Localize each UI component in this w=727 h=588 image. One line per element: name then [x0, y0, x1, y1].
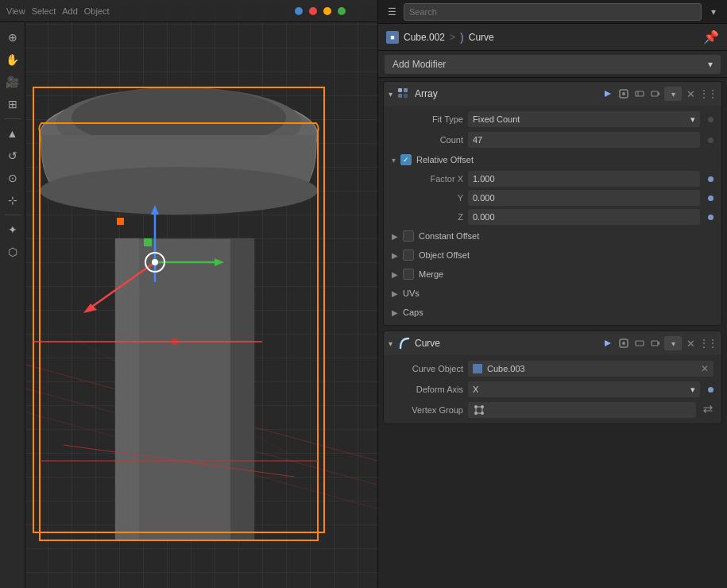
fit-type-dot — [708, 117, 713, 122]
viewport-add-label: Add — [62, 6, 78, 16]
pin-button[interactable]: 📌 — [703, 29, 719, 44]
relative-offset-checkbox[interactable] — [400, 154, 412, 165]
array-mode-dropdown[interactable]: ▾ — [664, 87, 682, 101]
count-value[interactable]: 47 — [468, 132, 700, 148]
search-input[interactable] — [404, 3, 702, 21]
deform-axis-dot — [708, 387, 713, 393]
svg-point-37 — [622, 342, 625, 345]
factor-z-row: Z 0.000 — [384, 207, 721, 226]
curve-object-value[interactable]: Cube.003 ✕ — [468, 361, 713, 377]
curve-modifier-name: Curve — [415, 338, 596, 349]
array-modifier-block: ▾ Array — [383, 81, 722, 326]
viewport-select-label: Select — [32, 6, 56, 16]
factor-z-dot — [708, 215, 713, 220]
panel-options-icon[interactable]: ▾ — [705, 3, 722, 21]
array-modifier-icon — [397, 87, 410, 100]
scale-tool-btn[interactable]: ⊙ — [2, 168, 23, 188]
array-collapse-icon[interactable]: ▾ — [389, 90, 393, 99]
curve-modifier-header[interactable]: ▾ Curve — [384, 331, 721, 355]
merge-triangle: ▶ — [392, 270, 398, 279]
array-modifier-name: Array — [415, 88, 596, 99]
curve-obj-icon — [473, 364, 482, 373]
render-tool-btn[interactable]: ⊞ — [2, 94, 23, 114]
orange-dot — [323, 7, 331, 15]
factor-y-dot — [708, 195, 713, 201]
breadcrumb: ■ Cube.002 > ) Curve 📌 — [378, 24, 727, 51]
constant-offset-checkbox[interactable] — [403, 230, 414, 242]
annotate-tool-btn[interactable]: ✦ — [2, 219, 23, 240]
array-edit-btn[interactable] — [632, 87, 647, 101]
svg-rect-38 — [636, 341, 644, 346]
curve-mode-dropdown[interactable]: ▾ — [664, 336, 682, 350]
cursor-tool-btn[interactable]: ⊕ — [2, 27, 23, 48]
caps-section[interactable]: ▶ Caps — [384, 303, 721, 322]
vertex-group-value[interactable] — [468, 402, 696, 418]
uvs-section[interactable]: ▶ UVs — [384, 284, 721, 303]
vertex-group-row: Vertex Group — [384, 400, 721, 420]
curve-object-label: Curve Object — [400, 364, 463, 373]
merge-label: Merge — [419, 269, 443, 279]
svg-rect-21 — [117, 218, 124, 225]
object-icon: ■ — [386, 31, 399, 44]
array-modifier-toolbar: ▾ ✕ ⋮⋮ — [601, 87, 717, 101]
panel-menu-icon[interactable]: ☰ — [383, 3, 400, 21]
relative-offset-section[interactable]: ▾ Relative Offset — [384, 150, 721, 169]
svg-rect-34 — [652, 91, 658, 96]
curve-modifier-body: Curve Object Cube.003 ✕ Deform Axis X ▾ — [384, 355, 721, 424]
curve-close-btn[interactable]: ✕ — [683, 336, 698, 350]
breadcrumb-object: Cube.002 — [404, 32, 445, 43]
uvs-triangle: ▶ — [392, 289, 398, 298]
factor-z-value[interactable]: 0.000 — [468, 209, 700, 225]
3d-object — [0, 0, 377, 588]
uvs-label: UVs — [403, 288, 420, 298]
move-tool-btn[interactable]: ✋ — [2, 49, 23, 70]
deform-axis-label: Deform Axis — [400, 385, 463, 394]
relative-offset-label: Relative Offset — [416, 155, 474, 164]
array-camera-btn[interactable] — [648, 87, 663, 101]
vertex-group-exchange-btn[interactable] — [702, 404, 713, 417]
curve-edit-btn[interactable] — [632, 336, 647, 350]
count-dot — [708, 137, 713, 143]
merge-checkbox[interactable] — [403, 269, 414, 280]
array-close-btn[interactable]: ✕ — [683, 87, 698, 101]
curve-camera-btn[interactable] — [648, 336, 663, 350]
add-modifier-button[interactable]: Add Modifier ▾ — [385, 55, 721, 74]
svg-rect-28 — [398, 94, 402, 98]
deform-axis-value[interactable]: X ▾ — [468, 381, 700, 397]
green-dot — [338, 7, 346, 15]
constant-offset-section[interactable]: ▶ Constant Offset — [384, 226, 721, 246]
mesh-tool-btn[interactable]: ⬡ — [2, 242, 23, 262]
object-offset-section[interactable]: ▶ Object Offset — [384, 246, 721, 265]
add-modifier-bar: Add Modifier ▾ — [378, 51, 727, 78]
shape-tool-btn[interactable]: ▲ — [2, 123, 23, 144]
object-offset-triangle: ▶ — [392, 251, 398, 260]
factor-y-value[interactable]: 0.000 — [468, 190, 700, 206]
camera-tool-btn[interactable]: 🎥 — [2, 72, 23, 92]
curve-collapse-icon[interactable]: ▾ — [389, 339, 393, 348]
curve-dots-menu[interactable]: ⋮⋮ — [699, 338, 717, 349]
rotate-tool-btn[interactable]: ↺ — [2, 145, 23, 166]
fit-type-value[interactable]: Fixed Count ▾ — [468, 111, 700, 127]
array-modifier-header[interactable]: ▾ Array — [384, 82, 721, 106]
viewport[interactable]: View Select Add Object ⊕ ✋ 🎥 ⊞ ▲ ↺ ⊙ ⊹ ✦… — [0, 0, 377, 588]
array-realtime-btn[interactable] — [601, 87, 615, 101]
svg-point-31 — [622, 92, 625, 95]
curve-modifier-icon — [397, 337, 410, 350]
curve-object-clear-btn[interactable]: ✕ — [701, 363, 709, 374]
viewport-label: View — [6, 6, 25, 16]
panel-header: ☰ ▾ — [378, 0, 727, 24]
constant-offset-triangle: ▶ — [392, 232, 398, 241]
factor-x-value[interactable]: 1.000 — [468, 171, 700, 187]
array-dots-menu[interactable]: ⋮⋮ — [699, 88, 717, 99]
svg-rect-32 — [636, 91, 644, 96]
vertex-group-icon — [473, 404, 485, 416]
viewport-left-toolbar: ⊕ ✋ 🎥 ⊞ ▲ ↺ ⊙ ⊹ ✦ ⬡ — [0, 22, 25, 588]
curve-render-btn[interactable] — [617, 336, 631, 350]
curve-realtime-btn[interactable] — [601, 336, 615, 350]
transform-tool-btn[interactable]: ⊹ — [2, 190, 23, 211]
merge-section[interactable]: ▶ Merge — [384, 265, 721, 284]
svg-point-11 — [40, 167, 318, 215]
factor-y-label: Y — [416, 193, 463, 203]
array-render-btn[interactable] — [617, 87, 631, 101]
object-offset-checkbox[interactable] — [403, 250, 414, 261]
